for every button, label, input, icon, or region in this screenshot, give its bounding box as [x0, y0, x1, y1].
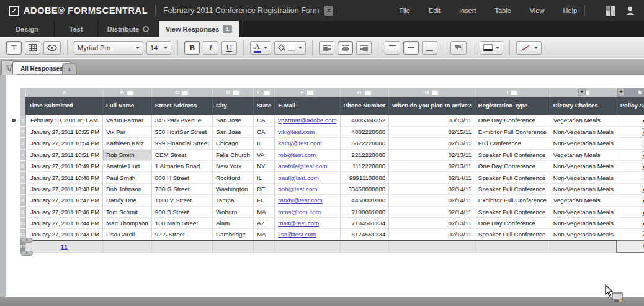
- column-header-8[interactable]: When do you plan to arrive?: [389, 97, 475, 115]
- text-color-button[interactable]: A: [250, 41, 271, 55]
- column-header-1[interactable]: Time Submitted: [25, 97, 102, 115]
- cell-policy[interactable]: ✓: [617, 126, 644, 137]
- cell-phone[interactable]: 2212220000: [340, 149, 389, 160]
- cell-state[interactable]: MA: [253, 206, 274, 217]
- cell-dietary[interactable]: Vegetarian Meals: [550, 115, 617, 126]
- cell-policy[interactable]: ✓: [617, 195, 644, 206]
- cell-address[interactable]: 1100 V Street: [151, 195, 212, 206]
- cell-address[interactable]: 700 G Street: [151, 183, 212, 194]
- policy-checkbox[interactable]: ✓: [642, 209, 644, 216]
- email-link[interactable]: randy@test.com: [278, 197, 322, 204]
- cell-registration[interactable]: Exhibitor Full Conference: [475, 195, 550, 206]
- cell-arrive[interactable]: 02/14/11: [389, 183, 475, 194]
- cell-address[interactable]: 800 H Street: [151, 172, 212, 183]
- cell-city[interactable]: Rockford: [212, 172, 253, 183]
- valign-top-button[interactable]: [385, 41, 400, 55]
- cell-name[interactable]: Lisa Caroll: [102, 229, 151, 240]
- cell-state[interactable]: FL: [253, 195, 274, 206]
- cell-phone[interactable]: 99911100000: [340, 172, 389, 183]
- cell-time[interactable]: January 27, 2011 10:43 PM: [25, 229, 102, 240]
- cell-policy[interactable]: [617, 172, 644, 183]
- italic-button[interactable]: I: [203, 41, 218, 55]
- cell-email[interactable]: lisa@test.com: [275, 229, 340, 240]
- cell-registration[interactable]: Speaker Full Conference: [475, 229, 550, 240]
- cell-phone[interactable]: 5672220000: [340, 138, 389, 149]
- close-document-icon[interactable]: ✕: [324, 6, 333, 16]
- cell-dietary[interactable]: Non-Vegetarian Meals: [550, 206, 617, 217]
- bold-button[interactable]: B: [184, 41, 200, 55]
- email-link[interactable]: vik@test.com: [278, 128, 315, 135]
- cell-city[interactable]: Falls Church: [212, 149, 253, 160]
- cell-arrive[interactable]: 02/14/11: [389, 206, 475, 217]
- column-letter-F[interactable]: F: [275, 88, 340, 97]
- cell-email[interactable]: matt@test.com: [275, 218, 340, 229]
- grid-corner[interactable]: [20, 88, 25, 97]
- email-link[interactable]: vparmar@adobe.com: [278, 117, 336, 124]
- cell-name[interactable]: Randy Doe: [102, 195, 151, 206]
- cell-city[interactable]: New York: [212, 161, 253, 172]
- cell-phone[interactable]: 1112220000: [340, 161, 389, 172]
- cell-arrive[interactable]: 02/14/11: [389, 172, 475, 183]
- insert-row-above-button[interactable]: +: [20, 238, 33, 243]
- cell-email[interactable]: paul@test.com: [275, 172, 340, 183]
- cell-phone[interactable]: 33450000000: [340, 183, 389, 194]
- cell-address[interactable]: 100 Main Street: [151, 218, 212, 229]
- preview-button[interactable]: [43, 41, 61, 55]
- cell-name[interactable]: Bob Johnson: [102, 183, 151, 194]
- cell-time[interactable]: January 27, 2011 10:55 PM: [25, 126, 102, 137]
- policy-checkbox[interactable]: ✓: [642, 231, 644, 238]
- cell-state[interactable]: VA: [253, 149, 274, 160]
- cell-name[interactable]: Anatole Hurt: [102, 161, 151, 172]
- row-number[interactable]: 4: [20, 149, 25, 160]
- cell-state[interactable]: CA: [253, 115, 274, 126]
- cell-time[interactable]: January 27, 2011 10:46 PM: [25, 206, 102, 217]
- column-header-9[interactable]: Registration Type: [475, 97, 550, 115]
- cell-time[interactable]: January 27, 2011 10:48 PM: [25, 172, 102, 183]
- font-size-select[interactable]: 14: [146, 41, 171, 55]
- cell-policy[interactable]: ✓: [617, 218, 644, 229]
- cell-phone[interactable]: 7180001000: [340, 206, 389, 217]
- borders-button[interactable]: [480, 41, 503, 55]
- menu-view[interactable]: View: [530, 7, 545, 14]
- cell-address[interactable]: 92 A Street: [151, 229, 212, 240]
- fill-color-button[interactable]: [274, 41, 306, 55]
- column-header-3[interactable]: Street Address: [151, 97, 212, 115]
- column-letter-E[interactable]: E: [253, 88, 274, 97]
- cell-policy[interactable]: ✓: [617, 206, 644, 217]
- cell-email[interactable]: vparmar@adobe.com: [275, 115, 340, 126]
- cell-time[interactable]: January 27, 2011 10:47 PM: [25, 195, 102, 206]
- cell-registration[interactable]: Speaker Full Conference: [475, 183, 550, 194]
- cell-dietary[interactable]: Vegetarian Meals: [550, 195, 617, 206]
- cell-phone[interactable]: 4085366252: [340, 115, 389, 126]
- cell-registration[interactable]: Exhibitor Full Conference: [475, 126, 550, 137]
- cell-registration[interactable]: One Day Conference: [475, 115, 550, 126]
- cell-dietary[interactable]: Non-Vegetarian Meals: [550, 183, 617, 194]
- valign-bottom-button[interactable]: [422, 41, 437, 55]
- menu-edit[interactable]: Edit: [429, 7, 441, 14]
- cell-time[interactable]: January 27, 2011 10:54 PM: [25, 138, 102, 149]
- cell-policy[interactable]: ✓: [617, 161, 644, 172]
- tab-view-responses[interactable]: View Responses1: [159, 21, 239, 37]
- align-center-button[interactable]: [338, 41, 353, 55]
- cell-time[interactable]: January 27, 2011 10:48 PM: [25, 183, 102, 194]
- column-letter-G[interactable]: G: [340, 88, 389, 97]
- underline-button[interactable]: U: [221, 41, 237, 55]
- cell-state[interactable]: IL: [253, 172, 274, 183]
- cell-email[interactable]: rob@test.com: [275, 149, 340, 160]
- cell-policy[interactable]: ✓: [617, 115, 644, 126]
- cell-dietary[interactable]: Non-Vegetarian Meals: [550, 229, 617, 240]
- cell-city[interactable]: Cambridge: [212, 229, 253, 240]
- cell-city[interactable]: San Jose: [212, 126, 253, 137]
- cell-policy[interactable]: ✓: [617, 149, 644, 160]
- menu-insert[interactable]: Insert: [459, 7, 476, 14]
- align-left-button[interactable]: [319, 41, 334, 55]
- cell-arrive[interactable]: 02/13/11: [389, 229, 475, 240]
- column-header-5[interactable]: State: [253, 97, 274, 115]
- cell-phone[interactable]: 4082220000: [340, 126, 389, 137]
- wrap-text-button[interactable]: [450, 41, 467, 55]
- policy-checkbox[interactable]: [642, 140, 644, 147]
- column-header-11[interactable]: Policy Agreement: [617, 97, 644, 115]
- row-number[interactable]: 10: [20, 218, 25, 229]
- row-number[interactable]: 9: [20, 206, 25, 217]
- cell-arrive[interactable]: 02/13/11: [389, 218, 475, 229]
